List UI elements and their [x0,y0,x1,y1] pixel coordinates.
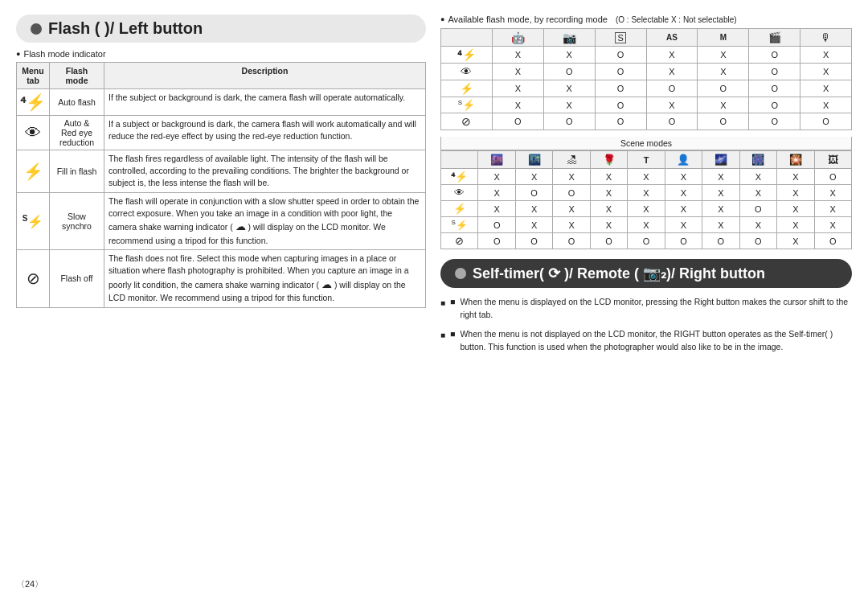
table-row: ⊘ Flash off The flash does not fire. Sel… [17,250,426,308]
flash-indicator-label: Flash mode indicator [16,49,426,59]
table-row: ⚡ Fill in flash The flash fires regardle… [17,150,426,193]
cell: O [595,80,646,97]
col-icon-movie: 🎬 [749,29,800,47]
slow-sync-icon-cell: S⚡ [17,192,50,250]
cell: X [646,64,698,80]
cell: X [777,217,814,233]
cell: X [800,97,852,113]
scene-row-1: ⁴⚡ X X X X X X X X X O [441,169,852,185]
red-eye-desc: If a subject or background is dark, the … [104,116,426,150]
table-row: ⁴⚡ Auto flash If the subject or backgrou… [17,89,426,116]
cell: X [590,217,627,233]
scene-col-2: 🌃 [515,151,552,169]
selftimer-bullet-1: ■ When the menu is displayed on the LCD … [440,296,852,322]
cell: X [665,185,702,201]
red-eye-icon: 👁 [25,124,41,142]
cell: X [739,169,776,185]
cell: X [478,185,515,201]
cell: X [665,201,702,217]
cell: X [702,169,739,185]
cell: X [800,64,852,80]
row-icon-slowsync: S⚡ [441,97,493,113]
cell: X [590,201,627,217]
cell: X [777,185,814,201]
flash-mode-table: Menu tab Flash mode Description ⁴⚡ Auto … [16,62,426,308]
avail-row-5: ⊘ O O O O O O O [441,113,852,130]
col-header-menu-tab: Menu tab [17,63,50,89]
col-icon-voice: 🎙 [800,29,852,47]
fill-flash-mode: Fill in flash [50,150,104,193]
header-bullet [31,23,42,35]
cell: X [492,47,543,64]
scene-row-4: S⚡ O X X X X X X X X X [441,217,852,233]
cell: X [702,217,739,233]
cell: O [646,80,698,97]
flash-off-mode: Flash off [50,250,104,308]
selftimer-bullet-2: ■ When the menu is not displayed on the … [440,328,852,354]
page-layout: Flash ( )/ Left button Flash mode indica… [16,14,852,360]
cell: X [553,169,590,185]
fill-flash-icon: ⚡ [23,162,43,180]
bullet-symbol-1: ■ [450,296,455,322]
scene-row-icon-4: S⚡ [441,217,478,233]
cell: X [492,64,543,80]
cell: X [777,233,814,249]
cell: X [590,185,627,201]
cell: O [646,113,698,130]
page-number: 〈24〉 [16,578,43,590]
cell: O [478,217,515,233]
corner-cell [441,29,493,47]
cell: X [739,185,776,201]
cell: O [595,97,646,113]
col-header-flash-mode: Flash mode [50,63,104,89]
avail-label: Available flash mode, by recording mode [440,14,608,24]
flash-off-icon: ⊘ [27,269,40,287]
cell: X [515,217,552,233]
scene-col-7: 🌌 [702,151,739,169]
cell: O [595,113,646,130]
cell: X [665,217,702,233]
avail-row-2: 👁 X O O X X O X [441,64,852,80]
avail-row-4: S⚡ X X O X X O X [441,97,852,113]
cell: O [543,113,595,130]
row-icon-redeye: 👁 [441,64,493,80]
left-column: Flash ( )/ Left button Flash mode indica… [16,14,426,360]
cell: X [698,47,749,64]
col-icon-s: S [595,29,646,47]
flash-section-header: Flash ( )/ Left button [16,14,426,43]
cell: X [590,169,627,185]
cell: O [698,80,749,97]
slow-sync-desc: The flash will operate in conjunction wi… [104,192,426,250]
auto-flash-mode: Auto flash [50,89,104,116]
cell: X [515,201,552,217]
row-icon-flashoff: ⊘ [441,113,493,130]
selectable-note: (O : Selectable X : Not selectable) [616,15,737,24]
cell: O [478,233,515,249]
cell: O [698,113,749,130]
cell: X [478,201,515,217]
scene-row-icon-1: ⁴⚡ [441,169,478,185]
cell: X [702,201,739,217]
auto-flash-desc: If the subject or background is dark, th… [104,89,426,116]
cell: X [543,47,595,64]
cell: O [628,233,665,249]
red-eye-mode: Auto &Red eyereduction [50,116,104,150]
cell: X [814,217,851,233]
scene-col-3: 🏖 [553,151,590,169]
cell: O [665,233,702,249]
table-row: 👁 Auto &Red eyereduction If a subject or… [17,116,426,150]
scene-col-8: 🎆 [739,151,776,169]
cell: O [749,97,800,113]
slow-sync-icon: S⚡ [23,215,44,228]
cell: X [814,201,851,217]
cell: X [628,201,665,217]
cell: X [492,80,543,97]
cell: X [492,97,543,113]
cell: O [543,64,595,80]
col-icon-m: M [698,29,749,47]
cell: X [553,201,590,217]
row-icon-fillin: ⚡ [441,80,493,97]
cell: O [595,47,646,64]
fill-flash-icon-cell: ⚡ [17,150,50,193]
cell: X [800,47,852,64]
